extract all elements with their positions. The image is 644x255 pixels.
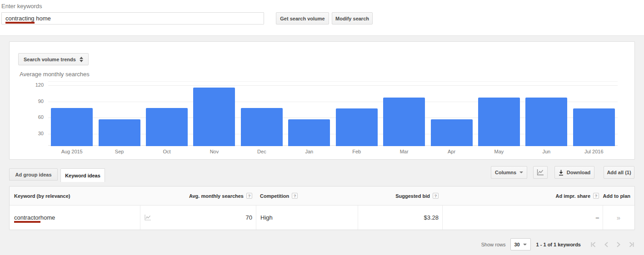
pagination-range-text: 1 - 1 of 1 keywords	[536, 242, 581, 247]
x-tick-label: Jul 2016	[570, 149, 618, 154]
y-tick-label: 120	[25, 82, 44, 88]
download-icon	[559, 170, 564, 176]
column-header-suggested-bid: Suggested bid ?	[358, 186, 442, 205]
suggested-bid-cell: $3.28	[358, 206, 442, 230]
show-rows-label: Show rows	[481, 242, 506, 247]
avg-monthly-searches-cell: 70	[140, 206, 256, 230]
y-tick-label: 30	[25, 131, 44, 136]
column-header-keyword: Keyword (by relevance)	[10, 186, 140, 205]
bar-oct	[146, 108, 188, 146]
y-tick-label: 60	[25, 114, 44, 120]
bar-nov	[193, 88, 235, 146]
table-header-row: Keyword (by relevance) Avg. monthly sear…	[10, 186, 634, 206]
sort-arrows-icon	[80, 57, 83, 62]
previous-page-button[interactable]	[604, 241, 609, 248]
x-tick-label: Jan	[285, 149, 333, 154]
gridline	[48, 85, 618, 86]
x-tick-label: Feb	[333, 149, 380, 154]
line-chart-icon	[537, 169, 544, 176]
table-row: contractor home 70 High $3.28 –	[10, 206, 634, 230]
column-header-ad-impr-share: Ad impr. share ?	[442, 186, 603, 205]
bar-may	[478, 98, 520, 146]
ad-impr-share-cell: –	[442, 206, 603, 230]
column-header-add-to-plan: Add to plan	[603, 186, 634, 205]
keyword-ideas-table: Keyword (by relevance) Avg. monthly sear…	[9, 186, 635, 230]
table-footer: Show rows 30 1 - 1 of 1 keywords	[481, 238, 635, 251]
x-tick-label: Nov	[190, 149, 238, 154]
competition-cell: High	[256, 206, 358, 230]
download-button[interactable]: Download	[554, 166, 594, 179]
download-button-label: Download	[567, 170, 591, 175]
modify-search-button[interactable]: Modify search	[332, 12, 373, 25]
rows-per-page-value: 30	[514, 242, 519, 247]
bar-dec	[241, 108, 283, 146]
enter-keywords-label: Enter keywords	[1, 3, 42, 10]
chart-toggle-button[interactable]	[533, 166, 548, 179]
trend-chart-icon[interactable]	[145, 215, 151, 221]
add-to-plan-cell: »	[603, 206, 634, 230]
help-icon[interactable]: ?	[292, 193, 298, 199]
tab-keyword-ideas[interactable]: Keyword ideas	[60, 168, 105, 182]
keyword-underlined-word: contractor	[14, 214, 40, 221]
column-header-competition: Competition ?	[256, 186, 358, 205]
x-tick-label: Mar	[380, 149, 428, 154]
header-divider	[0, 35, 644, 36]
add-to-plan-button[interactable]: »	[617, 214, 620, 221]
search-volume-trends-card: Search volume trends Average monthly sea…	[9, 41, 635, 160]
bar-feb	[336, 108, 378, 146]
search-volume-trends-dropdown[interactable]: Search volume trends	[18, 53, 89, 65]
help-icon[interactable]: ?	[593, 193, 599, 199]
bar-jul-2016	[573, 108, 615, 146]
x-tick-label: Aug 2015	[48, 149, 95, 154]
help-icon[interactable]: ?	[433, 193, 439, 199]
y-tick-label: 90	[25, 98, 44, 104]
chart-title: Average monthly searches	[20, 71, 90, 78]
keyword-cell[interactable]: contractor home	[10, 206, 140, 230]
bar-sep	[99, 119, 140, 146]
bar-mar	[383, 98, 425, 146]
get-search-volume-button[interactable]: Get search volume	[276, 12, 329, 25]
bar-jun	[525, 98, 567, 146]
column-header-avg-monthly-searches: Avg. monthly searches ?	[140, 186, 256, 205]
first-page-button[interactable]	[590, 241, 597, 248]
rows-per-page-select[interactable]: 30	[510, 238, 531, 250]
x-tick-label: May	[475, 149, 523, 154]
keyword-rest: home	[40, 214, 55, 221]
bar-apr	[431, 119, 473, 146]
help-icon[interactable]: ?	[246, 193, 252, 199]
x-tick-label: Oct	[143, 149, 190, 154]
next-page-button[interactable]	[616, 241, 621, 248]
keywords-input[interactable]: contracting home	[1, 12, 264, 25]
columns-button-label: Columns	[495, 170, 516, 175]
search-volume-trends-label: Search volume trends	[24, 57, 76, 62]
caret-down-icon	[519, 172, 523, 173]
tab-ad-group-ideas[interactable]: Ad group ideas	[9, 168, 58, 181]
keywords-input-misspelled-word: contracting	[5, 15, 35, 22]
x-tick-label: Apr	[428, 149, 475, 154]
keyword-planner-page: Enter keywords contracting home Get sear…	[0, 0, 644, 255]
keywords-input-rest: home	[35, 15, 51, 22]
columns-button[interactable]: Columns	[491, 166, 527, 179]
x-tick-label: Dec	[238, 149, 285, 154]
bar-jan	[288, 119, 330, 146]
last-page-button[interactable]	[628, 241, 635, 248]
caret-down-icon	[523, 244, 527, 245]
bar-aug-2015	[51, 108, 93, 146]
x-tick-label: Sep	[95, 149, 143, 154]
chart-plot: 306090120Aug 2015SepOctNovDecJanFebMarAp…	[48, 81, 618, 146]
x-tick-label: Jun	[523, 149, 570, 154]
add-all-button[interactable]: Add all (1)	[604, 166, 634, 179]
pagination-controls	[590, 241, 635, 248]
avg-monthly-searches-value: 70	[246, 214, 252, 221]
